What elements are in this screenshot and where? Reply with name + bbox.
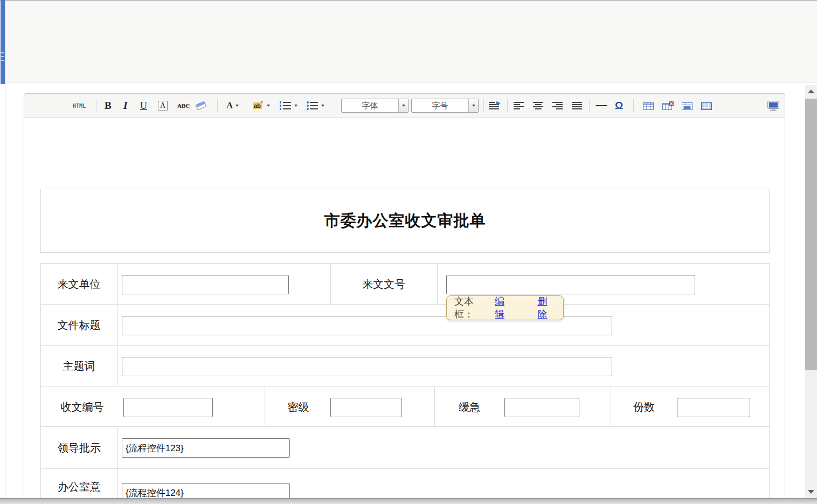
left-panel-strip — [1, 0, 5, 84]
indent-icon — [489, 101, 502, 110]
window-top-edge — [0, 0, 817, 2]
copies-input[interactable] — [677, 398, 750, 417]
table-cell-icon — [682, 101, 693, 111]
bullet-list-icon — [307, 101, 319, 110]
row-border — [41, 345, 770, 346]
highlight-icon: ab — [253, 102, 262, 109]
receive-number-input[interactable] — [123, 398, 213, 417]
cell-border — [437, 264, 438, 304]
eraser-icon — [195, 101, 207, 111]
chevron-down-icon — [294, 105, 297, 107]
tooltip-label: 文本框： — [454, 295, 490, 321]
align-right-button[interactable] — [552, 94, 563, 118]
align-left-button[interactable] — [514, 94, 524, 118]
table-properties-button[interactable] — [701, 94, 712, 118]
form-title-cell: 市委办公室收文审批单 — [40, 189, 770, 253]
toolbar-separator — [217, 99, 218, 112]
row-border — [41, 468, 770, 469]
left-divider — [5, 0, 5, 499]
horizontal-rule-button[interactable] — [596, 94, 607, 118]
label-source-unit: 来文单位 — [41, 277, 117, 291]
table-cell-properties-button[interactable] — [682, 94, 693, 118]
keywords-input[interactable] — [122, 357, 612, 376]
delete-table-icon — [662, 101, 674, 111]
insert-table-icon — [643, 101, 654, 111]
chevron-down-icon — [321, 105, 324, 107]
editor-toolbar: HTML B I U A ABC A — [24, 94, 785, 118]
ordered-list-button[interactable] — [280, 94, 297, 118]
bullet-list-button[interactable] — [307, 94, 324, 118]
form-title: 市委办公室收文审批单 — [324, 210, 486, 232]
chevron-down-icon — [267, 105, 270, 107]
font-color-icon: A — [226, 100, 233, 111]
cell-border — [117, 426, 118, 468]
font-style-box-button[interactable]: A — [158, 94, 168, 118]
toolbar-separator — [507, 99, 508, 112]
app-window: 市委办公室收文审批单 导入模板 在线预览 保存模板 输入框 输入区 下拉菜单 单… — [0, 0, 817, 504]
row-border — [41, 386, 770, 386]
vertical-scrollbar[interactable] — [805, 85, 817, 498]
secret-level-input[interactable] — [330, 398, 402, 417]
form-table: 来文单位 来文文号 文件标题 主题词 收文编号 密级 缓急 份数 领导批示 办公… — [40, 263, 770, 504]
toolbar-separator — [335, 99, 335, 112]
label-copies: 份数 — [611, 400, 677, 414]
delete-table-button[interactable] — [662, 94, 674, 118]
html-source-button[interactable]: HTML — [73, 94, 86, 118]
left-strip-marks — [1, 52, 4, 64]
cell-border — [117, 345, 117, 386]
align-center-button[interactable] — [533, 94, 544, 118]
label-doc-number: 来文文号 — [330, 277, 437, 291]
italic-icon: I — [123, 100, 127, 112]
omega-icon: Ω — [615, 100, 623, 112]
label-urgency: 缓急 — [434, 400, 504, 414]
underline-icon: U — [140, 100, 147, 112]
remove-format-button[interactable] — [195, 94, 207, 118]
horizontal-rule-icon — [596, 105, 607, 106]
numbered-list-icon — [280, 101, 292, 110]
row-border — [41, 426, 770, 427]
font-size-select[interactable]: 字号 — [411, 99, 479, 113]
toolbar-separator — [633, 99, 634, 112]
fullscreen-button[interactable] — [767, 94, 780, 118]
highlight-color-button[interactable]: ab — [253, 94, 270, 118]
row-border — [41, 304, 770, 305]
font-family-dropdown-button[interactable] — [398, 99, 408, 112]
edit-field-link[interactable]: 编辑 — [495, 295, 513, 321]
chevron-down-icon — [236, 105, 239, 107]
boxed-a-icon: A — [158, 101, 168, 111]
align-right-icon — [552, 102, 563, 110]
window-bottom-bar — [0, 498, 817, 504]
scroll-up-arrow-icon[interactable] — [808, 89, 814, 93]
font-color-button[interactable]: A — [226, 94, 239, 118]
urgency-input[interactable] — [504, 398, 579, 417]
underline-button[interactable]: U — [140, 94, 147, 118]
font-family-select[interactable]: 字体 — [341, 99, 408, 113]
source-unit-input[interactable] — [122, 275, 289, 294]
header-bar — [5, 2, 817, 83]
label-leader-note: 领导批示 — [41, 441, 117, 455]
align-justify-button[interactable] — [572, 94, 583, 118]
leader-note-input[interactable] — [122, 438, 290, 458]
indent-button[interactable] — [489, 94, 502, 118]
font-size-dropdown-button[interactable] — [468, 99, 478, 112]
bold-icon: B — [105, 100, 112, 112]
special-char-button[interactable]: Ω — [615, 94, 623, 118]
font-size-value: 字号 — [412, 99, 468, 112]
chevron-down-icon — [402, 105, 405, 107]
label-keywords: 主题词 — [41, 359, 117, 373]
html-source-icon: HTML — [73, 103, 86, 109]
align-justify-icon — [572, 102, 583, 110]
cell-border — [117, 304, 117, 345]
toolbar-separator — [96, 99, 96, 112]
label-secret-level: 密级 — [265, 400, 332, 414]
scroll-down-arrow-icon[interactable] — [808, 490, 814, 494]
bold-button[interactable]: B — [105, 94, 112, 118]
italic-button[interactable]: I — [123, 94, 127, 118]
delete-field-link[interactable]: 删除 — [538, 295, 556, 321]
doc-number-input[interactable] — [446, 275, 695, 294]
strikethrough-button[interactable]: ABC — [177, 94, 190, 118]
align-center-icon — [533, 102, 544, 110]
scrollbar-thumb[interactable] — [805, 99, 817, 370]
insert-table-button[interactable] — [643, 94, 654, 118]
strikethrough-icon: ABC — [177, 102, 190, 109]
